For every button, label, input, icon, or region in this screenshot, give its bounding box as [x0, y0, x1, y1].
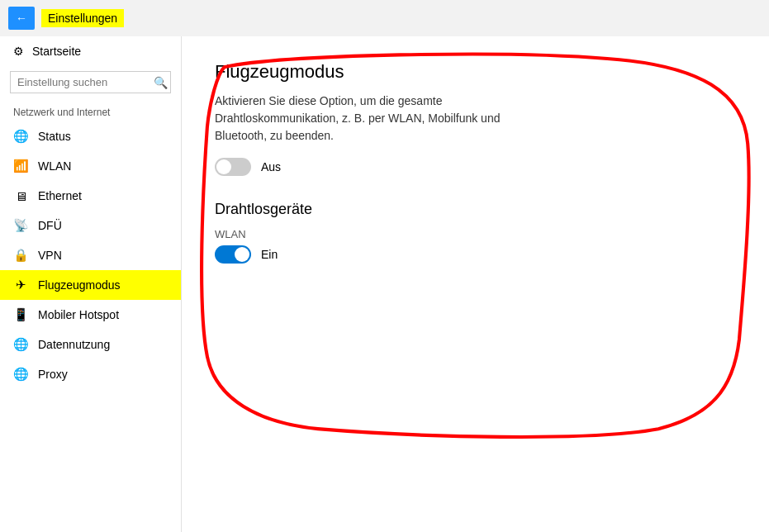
back-icon: ← — [16, 12, 27, 25]
sidebar-item-label-vpn: VPN — [38, 249, 62, 262]
header-title: Einstellungen — [41, 9, 124, 27]
proxy-icon: 🌐 — [13, 367, 28, 382]
sidebar-item-label-flugzeugmodus: Flugzeugmodus — [38, 278, 121, 292]
vpn-icon: 🔒 — [13, 248, 28, 263]
flugzeugmodus-icon: ✈ — [13, 278, 28, 292]
content-area: Flugzeugmodus Aktivieren Sie diese Optio… — [182, 36, 769, 532]
sidebar-section-label: Netzwerk und Internet — [0, 102, 181, 121]
sub-section-title: Drahtlosgeräte — [215, 201, 736, 218]
main-toggle-label: Aus — [261, 160, 281, 173]
sidebar-item-label-ethernet: Ethernet — [38, 189, 82, 202]
sidebar-item-wlan[interactable]: 📶WLAN — [0, 151, 181, 181]
wlan-icon: 📶 — [13, 159, 28, 173]
sidebar-home-label: Startseite — [32, 45, 81, 58]
sidebar-item-status[interactable]: 🌐Status — [0, 121, 181, 151]
wlan-toggle-row: Ein — [215, 245, 736, 264]
main-toggle-row: Aus — [215, 158, 736, 176]
status-icon: 🌐 — [13, 129, 28, 144]
search-box: 🔍 — [10, 71, 171, 93]
sidebar-nav: 🌐Status📶WLAN🖥Ethernet📡DFÜ🔒VPN✈Flugzeugmo… — [0, 121, 181, 389]
main-section-title: Flugzeugmodus — [215, 61, 736, 83]
ethernet-icon: 🖥 — [13, 188, 28, 203]
main-layout: ⚙ Startseite 🔍 Netzwerk und Internet 🌐St… — [0, 36, 769, 532]
sidebar-item-proxy[interactable]: 🌐Proxy — [0, 359, 181, 389]
wlan-toggle-label: Ein — [261, 248, 278, 261]
sidebar-item-ethernet[interactable]: 🖥Ethernet — [0, 181, 181, 211]
search-input[interactable] — [10, 71, 171, 93]
back-button[interactable]: ← — [8, 7, 35, 30]
sidebar-item-datennutzung[interactable]: 🌐Datennutzung — [0, 330, 181, 359]
sidebar-item-flugzeugmodus[interactable]: ✈Flugzeugmodus — [0, 270, 181, 300]
home-icon: ⚙ — [13, 45, 24, 58]
sidebar-item-label-mobiler-hotspot: Mobiler Hotspot — [38, 308, 119, 321]
wlan-label: WLAN — [215, 228, 736, 240]
main-section-desc: Aktivieren Sie diese Option, um die gesa… — [215, 93, 545, 145]
sidebar-item-label-wlan: WLAN — [38, 159, 71, 173]
wlan-toggle[interactable] — [215, 245, 251, 264]
mobiler-hotspot-icon: 📱 — [13, 307, 28, 322]
sidebar-item-dfu[interactable]: 📡DFÜ — [0, 211, 181, 240]
sidebar-item-label-datennutzung: Datennutzung — [38, 338, 110, 351]
sidebar-item-label-dfu: DFÜ — [38, 219, 62, 232]
header-bar: ← Einstellungen — [0, 0, 769, 36]
sidebar-item-mobiler-hotspot[interactable]: 📱Mobiler Hotspot — [0, 300, 181, 330]
sidebar: ⚙ Startseite 🔍 Netzwerk und Internet 🌐St… — [0, 36, 182, 532]
flugzeugmodus-toggle[interactable] — [215, 158, 251, 176]
sidebar-item-label-status: Status — [38, 130, 71, 143]
search-button[interactable]: 🔍 — [154, 76, 168, 89]
sidebar-item-label-proxy: Proxy — [38, 368, 68, 381]
datennutzung-icon: 🌐 — [13, 337, 28, 352]
sidebar-item-home[interactable]: ⚙ Startseite — [0, 36, 181, 66]
dfu-icon: 📡 — [13, 218, 28, 233]
sidebar-item-vpn[interactable]: 🔒VPN — [0, 240, 181, 270]
